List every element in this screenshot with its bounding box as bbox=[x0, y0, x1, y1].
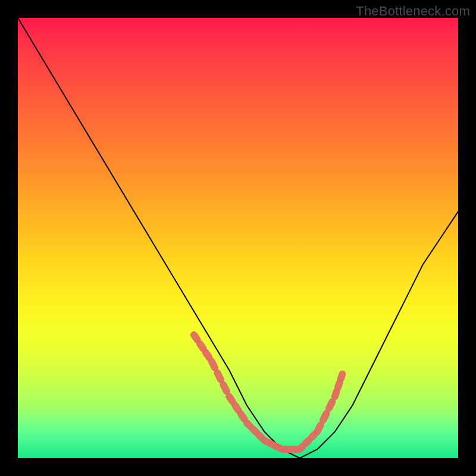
svg-line-0 bbox=[194, 335, 197, 340]
svg-line-26 bbox=[341, 374, 343, 379]
svg-line-22 bbox=[323, 414, 326, 420]
svg-line-9 bbox=[247, 423, 250, 426]
svg-line-3 bbox=[212, 361, 215, 368]
svg-line-10 bbox=[253, 429, 256, 432]
chart-plot-area bbox=[18, 18, 458, 458]
svg-line-21 bbox=[317, 425, 320, 432]
svg-line-6 bbox=[229, 396, 232, 401]
svg-line-18 bbox=[300, 446, 303, 449]
optimal-range-markers bbox=[194, 335, 342, 449]
svg-line-23 bbox=[329, 402, 333, 408]
svg-line-2 bbox=[206, 352, 209, 357]
svg-line-25 bbox=[338, 383, 340, 388]
svg-line-24 bbox=[335, 392, 337, 396]
svg-line-1 bbox=[200, 344, 203, 349]
svg-line-8 bbox=[241, 414, 245, 419]
svg-line-4 bbox=[218, 373, 221, 380]
svg-line-11 bbox=[259, 435, 262, 439]
svg-line-7 bbox=[235, 405, 238, 410]
svg-line-5 bbox=[223, 385, 227, 392]
chart-svg bbox=[18, 18, 458, 458]
watermark: TheBottleneck.com bbox=[356, 4, 470, 19]
bottleneck-curve bbox=[18, 18, 458, 458]
svg-line-19 bbox=[306, 440, 309, 443]
svg-line-20 bbox=[311, 434, 315, 438]
